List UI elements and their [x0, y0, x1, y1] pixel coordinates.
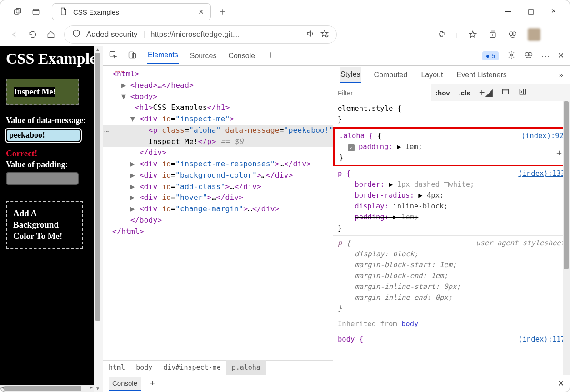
data-message-input[interactable] — [6, 129, 81, 142]
elements-tree[interactable]: 〰〰 <html> ▶ <head>…</head> ▼ <body> <h1>… — [103, 66, 333, 375]
svg-rect-1 — [16, 9, 21, 13]
refresh-button[interactable] — [28, 30, 38, 39]
tab-title: CSS Examples — [73, 8, 119, 16]
element-style-rule[interactable]: element.style { } — [333, 101, 570, 127]
styles-toolbar: :hov .cls +◢ — [333, 84, 570, 101]
svg-rect-2 — [33, 9, 39, 15]
svg-rect-3 — [529, 10, 533, 14]
styles-panel: Styles Computed Layout Event Listeners »… — [333, 66, 570, 375]
rendered-page: CSS Examples Inspect Me! Value of data-m… — [0, 46, 94, 392]
drawer-console-tab[interactable]: Console — [109, 377, 141, 391]
settings-icon[interactable] — [507, 50, 516, 61]
svg-rect-14 — [502, 89, 508, 94]
feedback-icon[interactable] — [524, 50, 533, 61]
computed-sidebar-icon[interactable] — [497, 87, 514, 98]
more-subtabs-icon[interactable]: » — [559, 70, 563, 80]
page-icon — [59, 7, 68, 17]
devtools-tabs: Elements Sources Console ● 5 ⋯ ✕ — [103, 46, 570, 66]
workspaces-icon[interactable] — [13, 7, 22, 16]
device-toolbar-icon[interactable] — [128, 50, 137, 61]
layout-subtab[interactable]: Layout — [420, 68, 444, 82]
maximize-button[interactable] — [526, 7, 535, 16]
page-title: CSS Examples — [6, 50, 88, 67]
page-vertical-scrollbar[interactable]: ▲▼ — [94, 46, 103, 392]
styles-subtab[interactable]: Styles — [340, 67, 361, 83]
more-tabs-icon[interactable] — [266, 50, 275, 61]
home-button[interactable] — [46, 30, 56, 39]
profile-avatar[interactable] — [528, 28, 540, 41]
question2-label: Value of padding: — [6, 159, 88, 170]
inherited-section: Inherited from body — [333, 316, 570, 332]
computed-subtab[interactable]: Computed — [373, 68, 409, 82]
svg-point-11 — [510, 54, 513, 56]
favorites-icon[interactable] — [468, 30, 478, 39]
add-bg-box[interactable]: Add A Background Color To Me! — [6, 201, 83, 249]
read-aloud-icon[interactable] — [305, 29, 315, 40]
back-button[interactable] — [10, 30, 20, 39]
padding-input[interactable] — [6, 172, 79, 185]
close-tab-icon[interactable]: ✕ — [198, 8, 204, 16]
hov-button[interactable]: :hov — [431, 89, 455, 97]
tab-actions-icon[interactable] — [31, 7, 40, 16]
address-bar[interactable]: Added security | https://microsoftedge.g… — [64, 25, 337, 44]
security-label: Added security — [86, 30, 137, 39]
aloha-rule[interactable]: .aloha { {(index):92 ✓ padding: ▶ 1em; }… — [333, 127, 570, 166]
svg-rect-10 — [132, 53, 136, 58]
shield-icon — [72, 29, 81, 40]
separator: | — [143, 30, 145, 39]
inspect-element-icon[interactable] — [109, 50, 118, 61]
url-text: https://microsoftedge.git… — [150, 30, 240, 39]
page-horizontal-scrollbar[interactable]: ◄► — [0, 385, 94, 392]
elements-tab[interactable]: Elements — [147, 47, 179, 64]
new-rule-icon[interactable]: +◢ — [475, 87, 497, 99]
p-rule[interactable]: p {(index):133 border: ▶ 1px dashed whit… — [333, 166, 570, 236]
devtools-panel: Elements Sources Console ● 5 ⋯ ✕ 〰〰 <htm… — [103, 46, 570, 392]
svg-rect-15 — [520, 89, 525, 94]
styles-tabs: Styles Computed Layout Event Listeners » — [333, 66, 570, 84]
console-drawer: Console + ✕ — [103, 375, 570, 392]
sources-tab[interactable]: Sources — [189, 48, 218, 64]
body-rule[interactable]: body {(index):117 — [333, 332, 570, 347]
close-window-button[interactable]: ✕ — [549, 7, 558, 16]
cls-button[interactable]: .cls — [455, 89, 475, 97]
events-subtab[interactable]: Event Listeners — [455, 68, 507, 82]
minimize-button[interactable]: — — [504, 7, 513, 16]
ua-rule[interactable]: p {user agent stylesheet display: block;… — [333, 236, 570, 316]
inspect-me-box[interactable]: Inspect Me! — [6, 79, 79, 105]
source-link[interactable]: (index):92 — [521, 130, 564, 141]
devtools-more-icon[interactable]: ⋯ — [541, 51, 550, 61]
correct-label: Correct! — [6, 149, 88, 159]
drawer-close-icon[interactable]: ✕ — [558, 379, 564, 388]
add-property-icon[interactable]: + — [556, 146, 562, 160]
more-icon[interactable]: ⋯ — [550, 29, 560, 40]
browser-tab[interactable]: CSS Examples ✕ — [52, 3, 211, 20]
svg-rect-0 — [15, 10, 19, 14]
filter-input[interactable] — [333, 84, 431, 101]
console-tab[interactable]: Console — [227, 48, 256, 64]
styles-scrollbar[interactable] — [563, 101, 570, 375]
extensions-icon[interactable] — [436, 30, 446, 39]
question1-label: Value of data-message: — [6, 115, 88, 126]
title-bar: CSS Examples ✕ — ✕ — [0, 0, 570, 23]
svg-rect-9 — [129, 52, 134, 58]
favorite-icon[interactable] — [320, 29, 329, 40]
issues-badge[interactable]: ● 5 — [482, 51, 499, 60]
drawer-add-tab-icon[interactable]: + — [150, 379, 155, 388]
browser-toolbar: Added security | https://microsoftedge.g… — [0, 23, 570, 46]
toggle-panel-icon[interactable] — [514, 87, 531, 98]
new-tab-button[interactable] — [218, 7, 227, 16]
selected-element: ⋯ <p class="aloha" data-message="peekabo… — [103, 125, 333, 136]
breadcrumb[interactable]: htmlbodydiv#inspect-mep.aloha — [103, 360, 333, 375]
browser-essentials-icon[interactable] — [508, 30, 518, 39]
devtools-close-icon[interactable]: ✕ — [558, 51, 564, 60]
collections-icon[interactable] — [488, 30, 498, 39]
